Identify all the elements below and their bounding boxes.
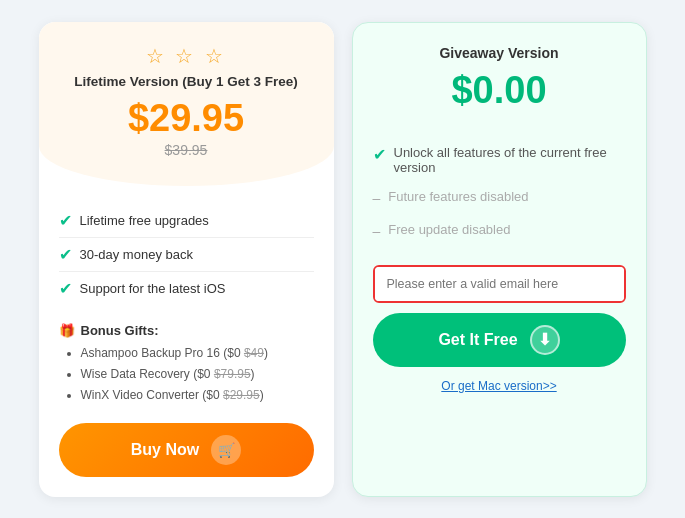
- feature-label: Free update disabled: [388, 222, 510, 237]
- mac-version-link[interactable]: Or get Mac version>>: [373, 379, 626, 393]
- list-item: WinX Video Converter ($0 $29.95): [81, 386, 314, 404]
- check-icon: ✔: [59, 279, 72, 298]
- right-card-body: ✔ Unlock all features of the current fre…: [353, 122, 646, 496]
- bonus-list: Ashampoo Backup Pro 16 ($0 $49) Wise Dat…: [59, 344, 314, 404]
- get-free-label: Get It Free: [438, 331, 517, 349]
- feature-label: Future features disabled: [388, 189, 528, 204]
- right-card-title: Giveaway Version: [373, 45, 626, 61]
- star-icons: ☆ ☆ ☆: [59, 44, 314, 68]
- left-card-title: Lifetime Version (Buy 1 Get 3 Free): [59, 74, 314, 89]
- pricing-container: ☆ ☆ ☆ Lifetime Version (Buy 1 Get 3 Free…: [0, 0, 685, 518]
- list-item: – Future features disabled: [373, 182, 626, 216]
- left-price-old: $39.95: [59, 142, 314, 158]
- bonus-label: Bonus Gifts:: [81, 323, 159, 338]
- feature-label: Unlock all features of the current free …: [394, 145, 626, 175]
- cart-icon: 🛒: [211, 435, 241, 465]
- check-icon: ✔: [373, 145, 386, 164]
- list-item: – Free update disabled: [373, 215, 626, 249]
- list-item: ✔ Unlock all features of the current fre…: [373, 138, 626, 182]
- strike-price: $49: [244, 346, 264, 360]
- left-card-body: ✔ Lifetime free upgrades ✔ 30-day money …: [39, 186, 334, 497]
- list-item: ✔ Support for the latest iOS: [59, 272, 314, 305]
- email-input[interactable]: [375, 267, 624, 301]
- list-item: Ashampoo Backup Pro 16 ($0 $49): [81, 344, 314, 362]
- gift-icon: 🎁: [59, 323, 75, 338]
- right-feature-list: ✔ Unlock all features of the current fre…: [373, 138, 626, 249]
- download-icon: ⬇: [530, 325, 560, 355]
- right-card-header: Giveaway Version $0.00: [353, 23, 646, 122]
- right-price: $0.00: [373, 69, 626, 112]
- bonus-section: 🎁 Bonus Gifts: Ashampoo Backup Pro 16 ($…: [59, 323, 314, 407]
- check-icon: ✔: [59, 245, 72, 264]
- left-price: $29.95: [59, 97, 314, 140]
- list-item: ✔ 30-day money back: [59, 238, 314, 272]
- buy-now-button[interactable]: Buy Now 🛒: [59, 423, 314, 477]
- list-item: ✔ Lifetime free upgrades: [59, 204, 314, 238]
- lifetime-card: ☆ ☆ ☆ Lifetime Version (Buy 1 Get 3 Free…: [39, 22, 334, 497]
- giveaway-card: Giveaway Version $0.00 ✔ Unlock all feat…: [352, 22, 647, 497]
- buy-label: Buy Now: [131, 441, 199, 459]
- list-item: Wise Data Recovery ($0 $79.95): [81, 365, 314, 383]
- dash-icon: –: [373, 189, 381, 209]
- strike-price: $29.95: [223, 388, 260, 402]
- strike-price: $79.95: [214, 367, 251, 381]
- dash-icon: –: [373, 222, 381, 242]
- check-icon: ✔: [59, 211, 72, 230]
- feature-label: 30-day money back: [80, 247, 193, 262]
- get-it-free-button[interactable]: Get It Free ⬇: [373, 313, 626, 367]
- left-feature-list: ✔ Lifetime free upgrades ✔ 30-day money …: [59, 204, 314, 305]
- feature-label: Support for the latest iOS: [80, 281, 226, 296]
- bonus-title: 🎁 Bonus Gifts:: [59, 323, 314, 338]
- email-input-wrapper: [373, 265, 626, 303]
- left-card-header: ☆ ☆ ☆ Lifetime Version (Buy 1 Get 3 Free…: [39, 22, 334, 186]
- feature-label: Lifetime free upgrades: [80, 213, 209, 228]
